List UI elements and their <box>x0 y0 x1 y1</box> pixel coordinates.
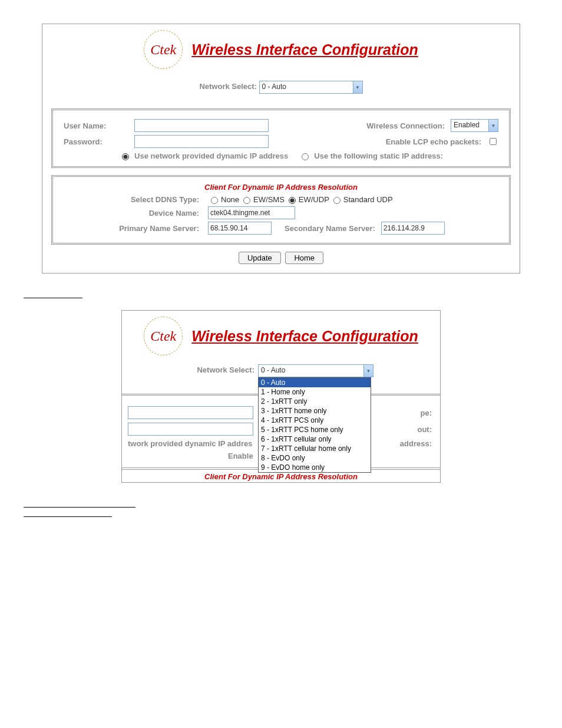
user-name-input-2[interactable] <box>128 406 253 419</box>
connection-panel: User Name: Wireless Connection: Enabled … <box>51 108 511 168</box>
ddns-ewsms-radio[interactable] <box>243 197 250 204</box>
ip-static-label: Use the following static IP address: <box>314 151 443 160</box>
truncated-pe: pe: <box>421 409 435 417</box>
network-select-row: Network Select: 0 - Auto ▼ <box>51 81 511 94</box>
wireless-conn-value: Enabled <box>451 120 488 131</box>
config-window-1: Ctek Wireless Interface Configuration Ne… <box>42 24 520 274</box>
ddns-stdudp-label: Standard UDP <box>343 195 393 204</box>
ddns-none-radio[interactable] <box>211 197 218 204</box>
user-name-label: User Name: <box>64 121 128 130</box>
text-underlines-bottom <box>24 506 550 517</box>
truncated-network-text: twork provided dynamic IP addres <box>128 439 252 448</box>
network-opt-7[interactable]: 7 - 1xRTT cellular home only <box>259 444 371 453</box>
network-opt-3[interactable]: 3 - 1xRTT home only <box>259 406 371 416</box>
buttons-row: Update Home <box>51 252 511 264</box>
network-select-listbox[interactable]: 0 - Auto 1 - Home only 2 - 1xRTT only 3 … <box>258 377 371 473</box>
truncated-address: address: <box>400 439 434 448</box>
network-select-label-2: Network Select: <box>122 364 258 374</box>
network-opt-1[interactable]: 1 - Home only <box>259 387 371 397</box>
network-opt-5[interactable]: 5 - 1xRTT PCS home only <box>259 425 371 434</box>
network-select-value: 0 - Auto <box>260 81 353 93</box>
ctek-logo-2: Ctek <box>144 317 183 355</box>
password-input[interactable] <box>134 135 269 148</box>
network-opt-2[interactable]: 2 - 1xRTT only <box>259 397 371 406</box>
network-select-label: Network Select: <box>199 82 257 91</box>
chevron-down-icon: ▼ <box>488 120 498 131</box>
header: Ctek Wireless Interface Configuration <box>51 30 511 69</box>
ddns-stdudp-radio[interactable] <box>333 197 340 204</box>
home-button[interactable]: Home <box>285 252 323 264</box>
ip-mode-row: Use network provided dynamic IP address … <box>64 151 498 160</box>
ddns-none-label: None <box>221 195 239 204</box>
network-select-row-2: Network Select: 0 - Auto ▼ 0 - Auto 1 - … <box>122 364 440 377</box>
user-name-input[interactable] <box>134 119 269 132</box>
password-label: Password: <box>64 137 128 146</box>
device-name-label: Device Name: <box>64 209 202 218</box>
update-button[interactable]: Update <box>239 252 281 264</box>
network-select-value-2: 0 - Auto <box>259 365 363 377</box>
secondary-ns-input[interactable] <box>381 222 445 235</box>
ddns-ewsms-label: EW/SMS <box>253 195 285 204</box>
network-opt-8[interactable]: 8 - EvDO only <box>259 453 371 463</box>
config-window-2: Ctek Wireless Interface Configuration Ne… <box>121 310 441 483</box>
network-select-dropdown[interactable]: 0 - Auto ▼ <box>259 81 363 94</box>
header-2: Ctek Wireless Interface Configuration <box>122 317 440 355</box>
truncated-enable: Enable <box>228 452 253 460</box>
ddns-panel: Client For Dynamic IP Address Resolution… <box>51 175 511 245</box>
ip-dynamic-radio[interactable] <box>122 153 129 160</box>
logo-text: Ctek <box>150 42 176 58</box>
chevron-down-icon: ▼ <box>353 81 362 93</box>
network-opt-0[interactable]: 0 - Auto <box>259 378 371 387</box>
network-opt-6[interactable]: 6 - 1xRTT cellular only <box>259 434 371 444</box>
network-opt-4[interactable]: 4 - 1xRTT PCS only <box>259 416 371 425</box>
ctek-logo: Ctek <box>144 30 183 69</box>
ddns-type-label: Select DDNS Type: <box>64 195 202 204</box>
ddns-ewudp-label: EW/UDP <box>299 195 329 204</box>
ip-dynamic-label: Use network provided dynamic IP address <box>134 151 288 160</box>
ip-static-radio[interactable] <box>302 153 309 160</box>
ddns-ewudp-radio[interactable] <box>289 197 296 204</box>
primary-ns-label: Primary Name Server: <box>64 224 202 233</box>
ddns-heading: Client For Dynamic IP Address Resolution <box>64 183 498 192</box>
page-title: Wireless Interface Configuration <box>191 41 418 58</box>
truncated-out: out: <box>417 425 434 434</box>
network-select-dropdown-2[interactable]: 0 - Auto ▼ <box>258 364 373 377</box>
page-title-2: Wireless Interface Configuration <box>191 328 418 345</box>
device-name-input[interactable] <box>208 206 295 219</box>
logo-text-2: Ctek <box>150 328 176 344</box>
wireless-conn-label: Wireless Connection: <box>366 121 445 130</box>
text-underline-1 <box>24 297 82 298</box>
primary-ns-input[interactable] <box>208 222 272 235</box>
ddns-type-radio-group: None EW/SMS EW/UDP Standard UDP <box>208 195 393 204</box>
password-input-2[interactable] <box>128 423 253 436</box>
network-opt-9[interactable]: 9 - EvDO home only <box>259 463 371 472</box>
chevron-down-icon: ▼ <box>363 365 373 377</box>
lcp-checkbox[interactable] <box>490 138 497 145</box>
wireless-conn-dropdown[interactable]: Enabled ▼ <box>451 119 498 132</box>
lcp-label: Enable LCP echo packets: <box>386 137 481 146</box>
secondary-ns-label: Secondary Name Server: <box>285 224 375 233</box>
